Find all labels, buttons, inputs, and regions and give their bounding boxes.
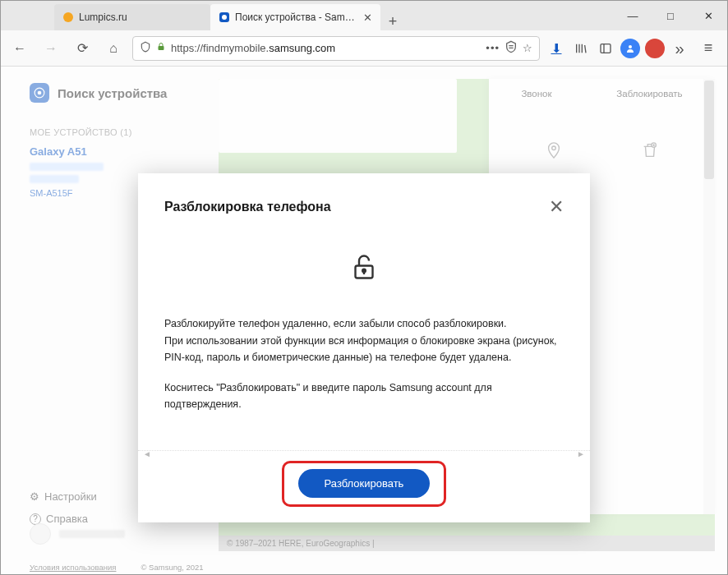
modal-overlay: Разблокировка телефона ✕ Разблокируйте т… [1,67,727,575]
home-button[interactable]: ⌂ [101,36,126,61]
library-icon[interactable] [571,39,591,58]
page-content: Поиск устройства МОЕ УСТРОЙСТВО (1) Gala… [1,67,727,575]
svg-point-2 [222,15,227,20]
maximize-button[interactable]: □ [652,1,689,30]
modal-text-1: Разблокируйте телефон удаленно, если заб… [164,316,564,332]
close-icon[interactable]: ✕ [549,196,564,218]
unlock-button[interactable]: Разблокировать [298,469,431,498]
shield-icon [140,41,151,55]
tab-title: Поиск устройства - Samsung [235,12,358,23]
close-icon[interactable]: ✕ [363,12,372,24]
extension-icon[interactable] [645,39,665,58]
minimize-button[interactable]: ― [614,1,652,30]
svg-point-11 [362,269,366,273]
tab-strip: Lumpics.ru Поиск устройства - Samsung ✕ … [1,1,614,30]
toolbar-icons: ⬇ » [546,39,689,58]
modal-footer: Разблокировать [138,451,590,522]
favicon-lumpics [62,12,74,23]
tab-lumpics[interactable]: Lumpics.ru [54,4,210,30]
browser-chrome: Lumpics.ru Поиск устройства - Samsung ✕ … [1,1,727,67]
window-bar: Lumpics.ru Поиск устройства - Samsung ✕ … [1,1,727,30]
more-dots-icon[interactable]: ••• [486,42,500,54]
download-icon[interactable]: ⬇ [546,39,566,58]
window-controls: ― □ ✕ [614,1,727,30]
svg-point-0 [63,12,73,22]
new-tab-button[interactable]: + [380,13,405,30]
close-window-button[interactable]: ✕ [689,1,727,30]
url-text: https://findmymobile.samsung.com [171,42,481,54]
svg-point-5 [629,45,632,48]
bookmark-icon[interactable]: ☆ [523,42,532,54]
forward-button[interactable]: → [39,36,63,61]
address-bar: ← → ⟳ ⌂ https://findmymobile.samsung.com… [1,30,727,67]
reader-icon[interactable] [505,40,518,56]
back-button[interactable]: ← [7,36,32,61]
svg-rect-4 [601,44,611,53]
url-field[interactable]: https://findmymobile.samsung.com ••• ☆ [132,36,540,61]
sidebar-icon[interactable] [596,39,615,58]
menu-button[interactable]: ≡ [696,39,721,57]
tab-title: Lumpics.ru [79,12,202,23]
favicon-samsung [219,12,230,23]
tab-samsung[interactable]: Поиск устройства - Samsung ✕ [210,4,380,30]
unlock-modal: Разблокировка телефона ✕ Разблокируйте т… [138,173,590,522]
lock-icon [156,42,166,54]
reload-button[interactable]: ⟳ [70,36,94,61]
unlock-icon [164,252,564,282]
modal-title: Разблокировка телефона [164,200,331,214]
modal-body: Разблокируйте телефон удаленно, если заб… [164,316,564,412]
modal-text-3: Коснитесь "Разблокировать" и введите пар… [164,380,564,412]
account-icon[interactable] [620,39,640,58]
modal-text-2: При использовании этой функции вся инфор… [164,334,564,366]
overflow-icon[interactable]: » [670,39,689,58]
svg-rect-3 [159,46,164,50]
